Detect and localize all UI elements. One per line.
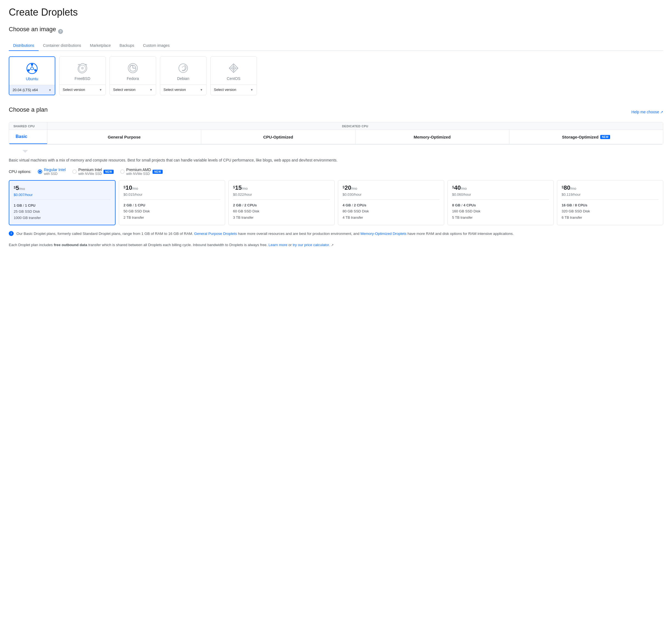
distro-fedora[interactable]: Fedora Select version ▼	[110, 56, 156, 95]
premium-amd-sub: with NVMe SSD	[126, 172, 151, 176]
debian-chevron-icon: ▼	[200, 88, 203, 91]
price-card-5[interactable]: $5/mo $0.007/hour 1 GB / 1 CPU 25 GB SSD…	[9, 180, 116, 225]
ubuntu-version-selector[interactable]: 20.04 (LTS) x64 ▼	[9, 85, 55, 95]
price-card-40[interactable]: $40/mo $0.060/hour 8 GB / 4 CPUs 160 GB …	[448, 180, 554, 225]
centos-chevron-icon: ▼	[250, 88, 253, 91]
plan-type-selector: SHARED CPU Basic DEDICATED CPU General P…	[9, 122, 663, 145]
info-text-1: Our Basic Droplet plans, formerly called…	[16, 232, 193, 236]
centos-name: CentOS	[227, 76, 240, 81]
info-text-2: have more overall resources and are best…	[238, 232, 360, 236]
cpu-option-premium-amd[interactable]: Premium AMD with NVMe SSD NEW	[120, 168, 163, 176]
storage-optimized-tab[interactable]: Storage-Optimized NEW	[509, 130, 663, 144]
basic-plan-tab[interactable]: Basic	[9, 130, 47, 144]
storage-new-badge: NEW	[600, 135, 611, 139]
radio-premium-amd	[120, 170, 125, 174]
tab-custom-images[interactable]: Custom images	[139, 40, 174, 51]
tab-backups[interactable]: Backups	[115, 40, 139, 51]
external-link-icon: ↗	[660, 110, 663, 114]
freebsd-version-selector[interactable]: Select version ▼	[59, 84, 106, 94]
cpu-option-regular-intel[interactable]: Regular Intel with SSD	[38, 168, 65, 176]
choose-plan-section: Choose a plan Help me choose ↗ SHARED CP…	[9, 106, 663, 248]
price-card-10[interactable]: $10/mo $0.015/hour 2 GB / 1 CPU 50 GB SS…	[119, 180, 225, 225]
info-banner: i Our Basic Droplet plans, formerly call…	[9, 231, 663, 237]
premium-intel-sub: with NVMe SSD	[78, 172, 102, 176]
general-purpose-tab[interactable]: General Purpose	[47, 130, 201, 144]
transfer-info: Each Droplet plan includes free outbound…	[9, 242, 663, 248]
svg-point-10	[182, 66, 183, 68]
choose-image-section: Choose an image ? Distributions Containe…	[9, 26, 663, 95]
centos-icon	[227, 62, 239, 74]
shared-cpu-group: SHARED CPU Basic	[9, 122, 47, 144]
memory-optimized-tab[interactable]: Memory-Optimized	[355, 130, 509, 144]
svg-line-7	[33, 69, 34, 70]
centos-version-selector[interactable]: Select version ▼	[210, 84, 257, 94]
image-tabs: Distributions Container distributions Ma…	[9, 40, 663, 51]
svg-point-8	[81, 67, 84, 69]
cpu-options-row: CPU options: Regular Intel with SSD Prem…	[9, 168, 663, 176]
distro-centos[interactable]: CentOS Select version ▼	[210, 56, 257, 95]
svg-point-1	[31, 63, 33, 66]
price-card-15[interactable]: $15/mo $0.022/hour 2 GB / 2 CPUs 60 GB S…	[228, 180, 335, 225]
plan-description: Basic virtual machines with a mix of mem…	[9, 157, 663, 163]
cpu-optimized-tab[interactable]: CPU-Optimized	[201, 130, 355, 144]
dedicated-cpu-label: DEDICATED CPU	[47, 122, 663, 130]
tab-marketplace[interactable]: Marketplace	[86, 40, 115, 51]
freebsd-icon	[76, 62, 89, 74]
fedora-name: Fedora	[127, 76, 139, 81]
shared-cpu-label: SHARED CPU	[9, 122, 47, 130]
help-choose-button[interactable]: Help me choose ↗	[632, 110, 663, 114]
debian-icon	[177, 62, 189, 74]
debian-version-selector[interactable]: Select version ▼	[160, 84, 206, 94]
tab-distributions[interactable]: Distributions	[9, 40, 39, 51]
pricing-grid: $5/mo $0.007/hour 1 GB / 1 CPU 25 GB SSD…	[9, 180, 663, 225]
ubuntu-icon	[26, 62, 38, 74]
fedora-chevron-icon: ▼	[150, 88, 153, 91]
image-section-header: Choose an image ?	[9, 26, 663, 37]
fedora-icon	[127, 62, 139, 74]
price-calculator-link[interactable]: try our price calculator.	[293, 243, 330, 247]
learn-more-link[interactable]: Learn more	[269, 243, 288, 247]
dedicated-cpu-tabs: General Purpose CPU-Optimized Memory-Opt…	[47, 130, 663, 144]
info-icon: i	[9, 231, 14, 236]
tab-container-distributions[interactable]: Container distributions	[39, 40, 86, 51]
premium-intel-new-badge: NEW	[104, 170, 114, 174]
svg-line-6	[30, 69, 31, 70]
svg-point-15	[233, 67, 234, 69]
info-text-3: have more RAM and disk options for RAM i…	[407, 232, 514, 236]
svg-point-2	[28, 69, 30, 71]
distro-debian[interactable]: Debian Select version ▼	[160, 56, 206, 95]
plan-heading: Choose a plan	[9, 106, 48, 113]
cpu-option-premium-intel[interactable]: Premium Intel with NVMe SSD NEW	[72, 168, 114, 176]
debian-name: Debian	[177, 76, 189, 81]
price-card-80[interactable]: $80/mo $0.119/hour 16 GB / 8 CPUs 320 GB…	[557, 180, 663, 225]
radio-regular-intel	[38, 170, 42, 174]
premium-amd-new-badge: NEW	[153, 170, 163, 174]
fedora-version-selector[interactable]: Select version ▼	[110, 84, 156, 94]
image-help-icon[interactable]: ?	[58, 29, 63, 34]
regular-intel-sub: with SSD	[44, 172, 65, 176]
premium-amd-label: Premium AMD	[126, 168, 151, 172]
image-heading: Choose an image	[9, 26, 56, 33]
radio-premium-intel	[72, 170, 77, 174]
memory-optimized-link[interactable]: Memory-Optimized Droplets	[360, 232, 406, 236]
plan-triangle	[22, 150, 28, 153]
regular-intel-label: Regular Intel	[44, 168, 65, 172]
freebsd-chevron-icon: ▼	[99, 88, 102, 91]
price-card-20[interactable]: $20/mo $0.030/hour 4 GB / 2 CPUs 80 GB S…	[338, 180, 444, 225]
general-purpose-link[interactable]: General Purpose Droplets	[194, 232, 237, 236]
svg-point-4	[31, 67, 33, 70]
svg-point-3	[34, 69, 37, 71]
plan-header: Choose a plan Help me choose ↗	[9, 106, 663, 118]
ubuntu-chevron-icon: ▼	[48, 88, 51, 92]
ubuntu-name: Ubuntu	[26, 77, 38, 81]
distro-ubuntu[interactable]: Ubuntu 20.04 (LTS) x64 ▼	[9, 56, 55, 95]
page-title: Create Droplets	[9, 7, 663, 18]
calculator-external-icon: ↗	[331, 243, 334, 247]
cpu-options-label: CPU options:	[9, 170, 31, 174]
premium-intel-label: Premium Intel	[78, 168, 102, 172]
plan-tabs-row: SHARED CPU Basic DEDICATED CPU General P…	[9, 122, 663, 144]
distro-freebsd[interactable]: FreeBSD Select version ▼	[59, 56, 106, 95]
dedicated-cpu-group: DEDICATED CPU General Purpose CPU-Optimi…	[47, 122, 663, 144]
distro-grid: Ubuntu 20.04 (LTS) x64 ▼ Fr	[9, 56, 663, 95]
freebsd-name: FreeBSD	[74, 76, 91, 81]
